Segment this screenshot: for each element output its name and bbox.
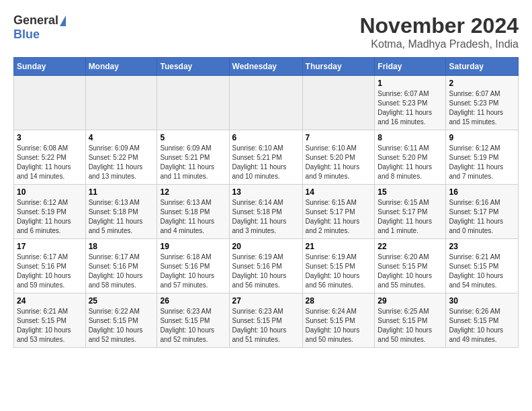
- day-number: 9: [449, 133, 515, 142]
- calendar-cell: [157, 76, 229, 130]
- calendar-cell: 22Sunrise: 6:20 AM Sunset: 5:15 PM Dayli…: [375, 239, 446, 293]
- calendar-cell: 24Sunrise: 6:21 AM Sunset: 5:15 PM Dayli…: [14, 293, 86, 348]
- day-info: Sunrise: 6:12 AM Sunset: 5:19 PM Dayligh…: [17, 198, 83, 236]
- calendar-cell: 28Sunrise: 6:24 AM Sunset: 5:15 PM Dayli…: [302, 293, 375, 348]
- calendar-cell: 25Sunrise: 6:22 AM Sunset: 5:15 PM Dayli…: [85, 293, 157, 348]
- logo-triangle-icon: [60, 15, 66, 26]
- day-number: 2: [449, 79, 515, 88]
- day-number: 29: [378, 296, 443, 306]
- day-info: Sunrise: 6:23 AM Sunset: 5:15 PM Dayligh…: [232, 307, 300, 345]
- calendar-week-row: 17Sunrise: 6:17 AM Sunset: 5:16 PM Dayli…: [14, 239, 519, 293]
- day-header-saturday: Saturday: [446, 58, 519, 76]
- day-number: 13: [232, 187, 300, 197]
- day-info: Sunrise: 6:24 AM Sunset: 5:15 PM Dayligh…: [306, 307, 372, 345]
- calendar-header-row: SundayMondayTuesdayWednesdayThursdayFrid…: [14, 58, 519, 76]
- day-info: Sunrise: 6:19 AM Sunset: 5:16 PM Dayligh…: [232, 253, 300, 290]
- day-number: 14: [306, 187, 372, 197]
- day-number: 1: [378, 79, 443, 88]
- calendar-cell: 13Sunrise: 6:14 AM Sunset: 5:18 PM Dayli…: [229, 185, 302, 239]
- day-info: Sunrise: 6:16 AM Sunset: 5:17 PM Dayligh…: [449, 198, 515, 236]
- calendar-cell: 15Sunrise: 6:15 AM Sunset: 5:17 PM Dayli…: [375, 185, 446, 239]
- day-number: 7: [306, 133, 372, 142]
- calendar-cell: [85, 76, 157, 130]
- day-info: Sunrise: 6:15 AM Sunset: 5:17 PM Dayligh…: [306, 198, 372, 236]
- calendar-cell: 9Sunrise: 6:12 AM Sunset: 5:19 PM Daylig…: [446, 130, 519, 185]
- calendar-cell: 6Sunrise: 6:10 AM Sunset: 5:21 PM Daylig…: [229, 130, 302, 185]
- day-info: Sunrise: 6:15 AM Sunset: 5:17 PM Dayligh…: [378, 198, 443, 236]
- calendar-cell: 26Sunrise: 6:23 AM Sunset: 5:15 PM Dayli…: [157, 293, 229, 348]
- day-header-friday: Friday: [375, 58, 446, 76]
- day-header-tuesday: Tuesday: [157, 58, 229, 76]
- calendar-week-row: 24Sunrise: 6:21 AM Sunset: 5:15 PM Dayli…: [14, 293, 519, 348]
- day-info: Sunrise: 6:23 AM Sunset: 5:15 PM Dayligh…: [160, 307, 226, 345]
- calendar-week-row: 10Sunrise: 6:12 AM Sunset: 5:19 PM Dayli…: [14, 185, 519, 239]
- day-number: 24: [17, 296, 83, 306]
- day-info: Sunrise: 6:13 AM Sunset: 5:18 PM Dayligh…: [89, 198, 154, 236]
- day-number: 20: [232, 242, 300, 251]
- calendar-cell: 30Sunrise: 6:26 AM Sunset: 5:15 PM Dayli…: [446, 293, 519, 348]
- day-number: 30: [449, 296, 515, 306]
- day-info: Sunrise: 6:11 AM Sunset: 5:20 PM Dayligh…: [378, 144, 443, 181]
- month-title: November 2024: [359, 13, 519, 38]
- day-info: Sunrise: 6:10 AM Sunset: 5:20 PM Dayligh…: [306, 144, 372, 181]
- calendar-cell: 27Sunrise: 6:23 AM Sunset: 5:15 PM Dayli…: [229, 293, 302, 348]
- calendar-week-row: 1Sunrise: 6:07 AM Sunset: 5:23 PM Daylig…: [14, 76, 519, 130]
- calendar-cell: 17Sunrise: 6:17 AM Sunset: 5:16 PM Dayli…: [14, 239, 86, 293]
- day-number: 17: [17, 242, 83, 251]
- calendar-cell: 19Sunrise: 6:18 AM Sunset: 5:16 PM Dayli…: [157, 239, 229, 293]
- logo: General Blue: [13, 13, 66, 42]
- day-info: Sunrise: 6:13 AM Sunset: 5:18 PM Dayligh…: [160, 198, 226, 236]
- day-number: 27: [232, 296, 300, 306]
- header: General Blue November 2024 Kotma, Madhya…: [13, 13, 519, 50]
- calendar-cell: 2Sunrise: 6:07 AM Sunset: 5:23 PM Daylig…: [446, 76, 519, 130]
- calendar-cell: [14, 76, 86, 130]
- day-info: Sunrise: 6:22 AM Sunset: 5:15 PM Dayligh…: [89, 307, 154, 345]
- calendar-cell: 18Sunrise: 6:17 AM Sunset: 5:16 PM Dayli…: [85, 239, 157, 293]
- title-area: November 2024 Kotma, Madhya Pradesh, Ind…: [359, 13, 519, 50]
- calendar-week-row: 3Sunrise: 6:08 AM Sunset: 5:22 PM Daylig…: [14, 130, 519, 185]
- calendar-cell: 21Sunrise: 6:19 AM Sunset: 5:15 PM Dayli…: [302, 239, 375, 293]
- day-number: 15: [378, 187, 443, 197]
- day-info: Sunrise: 6:09 AM Sunset: 5:21 PM Dayligh…: [160, 144, 226, 181]
- calendar-cell: 7Sunrise: 6:10 AM Sunset: 5:20 PM Daylig…: [302, 130, 375, 185]
- logo-blue: Blue: [13, 28, 40, 42]
- day-number: 22: [378, 242, 443, 251]
- day-number: 16: [449, 187, 515, 197]
- calendar-cell: [302, 76, 375, 130]
- day-info: Sunrise: 6:08 AM Sunset: 5:22 PM Dayligh…: [17, 144, 83, 181]
- day-header-wednesday: Wednesday: [229, 58, 302, 76]
- day-info: Sunrise: 6:10 AM Sunset: 5:21 PM Dayligh…: [232, 144, 300, 181]
- day-header-sunday: Sunday: [14, 58, 86, 76]
- day-info: Sunrise: 6:26 AM Sunset: 5:15 PM Dayligh…: [449, 307, 515, 345]
- day-number: 4: [89, 133, 154, 142]
- day-number: 26: [160, 296, 226, 306]
- day-info: Sunrise: 6:19 AM Sunset: 5:15 PM Dayligh…: [306, 253, 372, 290]
- calendar-cell: 20Sunrise: 6:19 AM Sunset: 5:16 PM Dayli…: [229, 239, 302, 293]
- logo-general: General: [13, 13, 58, 28]
- calendar-cell: 5Sunrise: 6:09 AM Sunset: 5:21 PM Daylig…: [157, 130, 229, 185]
- day-info: Sunrise: 6:14 AM Sunset: 5:18 PM Dayligh…: [232, 198, 300, 236]
- calendar-table: SundayMondayTuesdayWednesdayThursdayFrid…: [13, 57, 519, 348]
- day-number: 21: [306, 242, 372, 251]
- day-number: 23: [449, 242, 515, 251]
- day-number: 11: [89, 187, 154, 197]
- day-info: Sunrise: 6:12 AM Sunset: 5:19 PM Dayligh…: [449, 144, 515, 181]
- calendar-cell: 29Sunrise: 6:25 AM Sunset: 5:15 PM Dayli…: [375, 293, 446, 348]
- calendar-cell: 12Sunrise: 6:13 AM Sunset: 5:18 PM Dayli…: [157, 185, 229, 239]
- day-info: Sunrise: 6:17 AM Sunset: 5:16 PM Dayligh…: [17, 253, 83, 290]
- day-info: Sunrise: 6:07 AM Sunset: 5:23 PM Dayligh…: [449, 89, 515, 127]
- day-number: 28: [306, 296, 372, 306]
- calendar-cell: 14Sunrise: 6:15 AM Sunset: 5:17 PM Dayli…: [302, 185, 375, 239]
- day-number: 5: [160, 133, 226, 142]
- day-number: 6: [232, 133, 300, 142]
- calendar-cell: 3Sunrise: 6:08 AM Sunset: 5:22 PM Daylig…: [14, 130, 86, 185]
- day-number: 18: [89, 242, 154, 251]
- day-number: 25: [89, 296, 154, 306]
- day-header-monday: Monday: [85, 58, 157, 76]
- day-number: 8: [378, 133, 443, 142]
- day-info: Sunrise: 6:21 AM Sunset: 5:15 PM Dayligh…: [17, 307, 83, 345]
- location-subtitle: Kotma, Madhya Pradesh, India: [359, 38, 519, 50]
- day-number: 19: [160, 242, 226, 251]
- day-number: 12: [160, 187, 226, 197]
- day-number: 3: [17, 133, 83, 142]
